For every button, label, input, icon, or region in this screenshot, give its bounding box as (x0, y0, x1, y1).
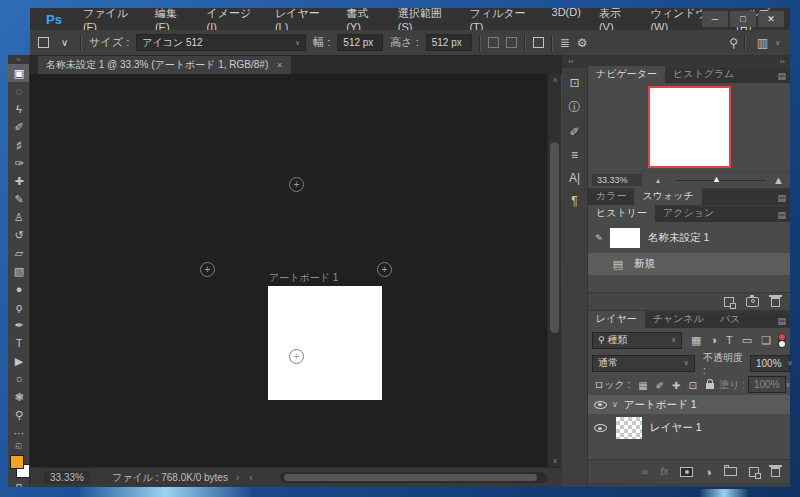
delete-artboard-icon[interactable] (506, 37, 517, 48)
paragraph-icon[interactable]: ¶ (571, 194, 577, 208)
chevron-down-icon[interactable]: ∨ (775, 39, 780, 47)
new-artboard-icon[interactable] (533, 37, 544, 48)
status-expand-icon[interactable]: › (236, 472, 239, 483)
vertical-scrollbar-thumb[interactable] (550, 142, 559, 333)
zoom-tool[interactable]: ⚲ (8, 406, 30, 424)
filter-adjustment-icon[interactable]: ◑ (710, 334, 717, 346)
default-colors-icon[interactable]: ◱ (8, 442, 29, 450)
menu-item[interactable]: 編集(E) (146, 6, 198, 33)
history-state-row[interactable]: ✎ 名称未設定 1 (588, 227, 790, 249)
add-artboard-right-button[interactable]: + (377, 262, 392, 277)
lasso-tool[interactable]: ϟ (8, 100, 30, 118)
size-dropdown[interactable]: アイコン 512∨ (136, 34, 306, 51)
hand-tool[interactable]: ❃ (8, 388, 30, 406)
scroll-left-icon[interactable]: ‹ (249, 472, 252, 483)
add-artboard-left-button[interactable]: + (200, 262, 215, 277)
add-artboard-icon[interactable] (488, 37, 499, 48)
blur-tool[interactable]: ● (8, 280, 30, 298)
menu-item[interactable]: レイヤー(L) (266, 6, 337, 33)
marquee-tool[interactable]: ◌ (8, 82, 30, 100)
menu-item[interactable]: イメージ(I) (198, 6, 266, 33)
tab-channels[interactable]: チャンネル (645, 311, 712, 328)
panel-menu-icon[interactable]: ▤ (777, 210, 786, 220)
search-icon[interactable]: ⚲ (729, 36, 738, 50)
tab-color[interactable]: カラー (588, 188, 634, 205)
layer-row-artboard[interactable]: ∨ アートボード 1 (588, 395, 790, 414)
layer-row-layer1[interactable]: レイヤー 1 (588, 414, 790, 442)
visibility-cell[interactable] (588, 424, 612, 432)
healing-brush-tool[interactable]: ✚ (8, 172, 30, 190)
history-brush-source-icon[interactable]: ✎ (588, 233, 610, 243)
history-snapshot-thumbnail[interactable] (610, 228, 640, 248)
lock-move-icon[interactable]: ✚ (672, 380, 680, 391)
delete-state-icon[interactable] (771, 297, 780, 307)
type-tool[interactable]: T (8, 334, 30, 352)
panel-menu-icon[interactable]: ▤ (777, 71, 786, 81)
minimize-button[interactable]: ─ (702, 11, 728, 27)
width-input[interactable]: 512 px (337, 34, 383, 51)
horizontal-scrollbar-thumb[interactable] (284, 474, 537, 481)
menu-item[interactable]: 書式(Y) (337, 6, 389, 33)
lock-transparent-icon[interactable]: ▦ (638, 380, 647, 391)
tool-preset-chevron-icon[interactable]: ∨ (56, 34, 73, 51)
lock-paint-icon[interactable]: ✐ (656, 380, 664, 391)
eye-icon[interactable] (594, 424, 607, 432)
delete-layer-icon[interactable] (771, 467, 780, 477)
eraser-tool[interactable]: ▱ (8, 244, 30, 262)
tab-history[interactable]: ヒストリー (588, 205, 655, 222)
layer-style-fx-icon[interactable]: fx (661, 466, 669, 477)
filter-toggle-switch[interactable] (778, 333, 786, 348)
blend-mode-dropdown[interactable]: 通常∨ (592, 355, 695, 372)
filter-type-icon[interactable]: T (726, 334, 733, 346)
collapse-dock-chevron[interactable]: ›› (780, 57, 785, 66)
new-group-icon[interactable] (724, 467, 737, 476)
expand-chevron-icon[interactable]: ∨ (612, 400, 618, 409)
canvas-area[interactable]: アートボード 1 + + + + (30, 74, 547, 467)
maximize-button[interactable]: □ (730, 11, 756, 27)
brush-tool[interactable]: ✎ (8, 190, 30, 208)
tool-preset-icon[interactable] (38, 37, 49, 48)
height-input[interactable]: 512 px (426, 34, 472, 51)
navigator-zoom-slider[interactable] (676, 180, 766, 181)
tab-actions[interactable]: アクション (655, 205, 722, 222)
settings-gear-icon[interactable]: ⚙ (577, 36, 588, 50)
add-artboard-top-button[interactable]: + (289, 177, 304, 192)
gradient-tool[interactable]: ▧ (8, 262, 30, 280)
menu-item[interactable]: 3D(D) (543, 6, 590, 33)
panel-menu-icon[interactable]: ▤ (777, 193, 786, 203)
menu-item[interactable]: 表示(V) (590, 6, 642, 33)
foreground-color-swatch[interactable] (10, 455, 24, 469)
vertical-scrollbar[interactable]: ∧ ∨ (547, 74, 561, 467)
navigator-preview[interactable] (648, 86, 731, 168)
crop-tool[interactable]: ♯ (8, 136, 30, 154)
document-tab[interactable]: 名称未設定 1 @ 33.3% (アートボード 1, RGB/8#) ✕ (38, 56, 291, 74)
eye-icon[interactable] (594, 401, 607, 409)
lock-artboard-icon[interactable]: ⊡ (689, 380, 697, 391)
tab-paths[interactable]: パス (712, 311, 748, 328)
panel-menu-icon[interactable]: ▤ (777, 316, 786, 326)
edit-toolbar-button[interactable]: ⋯ (8, 424, 30, 442)
dodge-tool[interactable]: ϙ (8, 298, 30, 316)
zoom-level-input[interactable]: 33.33% (44, 471, 90, 484)
slider-thumb[interactable]: ▲ (712, 174, 721, 184)
scroll-down-icon[interactable]: ∨ (548, 455, 562, 467)
layer-thumbnail[interactable] (616, 417, 642, 439)
lock-all-icon[interactable] (706, 383, 714, 389)
artboard-label[interactable]: アートボード 1 (269, 271, 338, 285)
add-layer-mask-icon[interactable] (680, 467, 693, 477)
workspace-switcher-icon[interactable]: ▥ (757, 36, 768, 50)
clone-stamp-tool[interactable]: ♙ (8, 208, 30, 226)
zoom-in-icon[interactable]: ▲ (773, 174, 784, 186)
tools-expand-icon[interactable]: » (8, 55, 29, 64)
scroll-up-icon[interactable]: ∧ (548, 74, 562, 86)
filter-pixel-icon[interactable]: ▦ (691, 334, 701, 346)
horizontal-scrollbar[interactable] (280, 472, 547, 483)
visibility-cell[interactable] (588, 401, 612, 409)
align-icon[interactable]: ≣ (560, 36, 570, 50)
new-snapshot-icon[interactable] (746, 297, 759, 307)
tab-layers[interactable]: レイヤー (588, 311, 645, 328)
new-document-from-state-icon[interactable] (724, 297, 734, 307)
brushes-icon[interactable]: ✐ (569, 125, 579, 139)
filter-shape-icon[interactable]: ▭ (742, 334, 752, 346)
pen-tool[interactable]: ✒ (8, 316, 30, 334)
